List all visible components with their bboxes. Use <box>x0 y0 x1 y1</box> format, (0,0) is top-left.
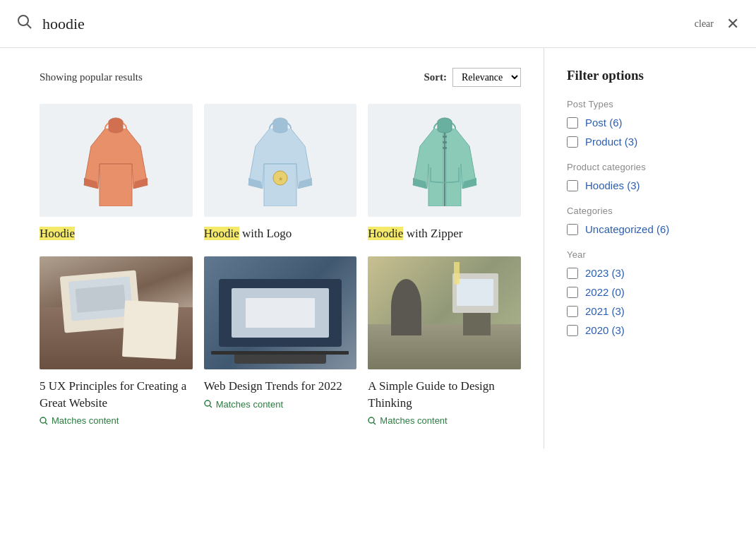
filter-item-hoodies[interactable]: Hoodies (3) <box>567 179 733 191</box>
sort-container: Sort: Relevance Date Title <box>424 68 522 87</box>
svg-line-11 <box>45 422 47 424</box>
product-image-hoodie <box>40 104 193 217</box>
filter-item-2020[interactable]: 2020 (3) <box>567 324 733 336</box>
post-image-ux-principles <box>40 256 193 369</box>
sort-select[interactable]: Relevance Date Title <box>452 68 521 87</box>
filter-checkbox-post[interactable] <box>567 117 578 129</box>
filter-item-2021[interactable]: 2021 (3) <box>567 305 733 317</box>
filter-checkbox-2021[interactable] <box>567 306 578 317</box>
filter-item-product[interactable]: Product (3) <box>567 136 733 148</box>
showing-text: Showing popular results <box>40 71 143 83</box>
product-title-hoodie-zipper: Hoodie with Zipper <box>368 225 521 242</box>
close-button[interactable]: ✕ <box>726 15 739 33</box>
product-card-hoodie-zipper[interactable]: Hoodie with Zipper <box>368 104 521 242</box>
filter-section-title-categories: Categories <box>567 206 733 216</box>
post-card-web-design[interactable]: Web Design Trends for 2022 Matches conte… <box>204 256 357 427</box>
filter-label-2022[interactable]: 2022 (0) <box>585 286 625 298</box>
post-card-ux-principles[interactable]: 5 UX Principles for Creating a Great Web… <box>40 256 193 427</box>
search-bar: clear ✕ <box>0 0 756 48</box>
filter-label-2023[interactable]: 2023 (3) <box>585 267 625 279</box>
post-title-web-design: Web Design Trends for 2022 <box>204 378 357 395</box>
svg-rect-7 <box>443 136 447 138</box>
sort-label: Sort: <box>424 71 448 83</box>
post-image-web-design <box>204 256 357 369</box>
filter-checkbox-2023[interactable] <box>567 268 578 279</box>
product-title-hoodie: Hoodie <box>40 225 193 242</box>
svg-point-0 <box>18 16 28 25</box>
filter-checkbox-2020[interactable] <box>567 325 578 336</box>
filter-section-title-product-categories: Product categories <box>567 162 733 172</box>
search-icon <box>17 14 32 33</box>
filter-label-uncategorized[interactable]: Uncategorized (6) <box>585 223 669 235</box>
post-title-design-thinking: A Simple Guide to Design Thinking <box>368 378 521 412</box>
product-grid: Hoodie ★ <box>40 104 521 426</box>
svg-point-14 <box>368 417 374 423</box>
filter-section-post-types: Post Types Post (6) Product (3) <box>567 99 733 148</box>
filter-title: Filter options <box>567 68 733 83</box>
filter-label-2021[interactable]: 2021 (3) <box>585 305 625 317</box>
product-image-hoodie-logo: ★ <box>204 104 357 217</box>
svg-rect-9 <box>443 147 447 149</box>
filter-section-title-post-types: Post Types <box>567 99 733 109</box>
post-image-design-thinking <box>368 256 521 369</box>
filter-checkbox-uncategorized[interactable] <box>567 224 578 235</box>
filter-label-hoodies[interactable]: Hoodies (3) <box>585 179 640 191</box>
svg-point-12 <box>205 400 210 406</box>
product-image-hoodie-zipper <box>368 104 521 217</box>
search-input[interactable] <box>42 15 695 33</box>
svg-text:★: ★ <box>277 176 282 182</box>
results-panel: Showing popular results Sort: Relevance … <box>0 48 544 448</box>
svg-line-13 <box>210 405 212 408</box>
filter-checkbox-product[interactable] <box>567 136 578 148</box>
filter-checkbox-hoodies[interactable] <box>567 180 578 191</box>
filter-section-year: Year 2023 (3) 2022 (0) 2021 (3) 2020 (3) <box>567 249 733 336</box>
filter-item-post[interactable]: Post (6) <box>567 117 733 129</box>
post-title-ux: 5 UX Principles for Creating a Great Web… <box>40 378 193 412</box>
svg-rect-8 <box>443 141 447 143</box>
filter-label-post[interactable]: Post (6) <box>585 117 623 129</box>
product-title-hoodie-logo: Hoodie with Logo <box>204 225 357 242</box>
svg-line-1 <box>28 25 32 29</box>
matches-content-ux: Matches content <box>40 415 193 426</box>
matches-content-web: Matches content <box>204 399 357 410</box>
filter-section-categories: Categories Uncategorized (6) <box>567 206 733 235</box>
filter-label-product[interactable]: Product (3) <box>585 136 637 148</box>
svg-line-15 <box>374 422 376 424</box>
clear-button[interactable]: clear <box>695 18 714 30</box>
filter-item-uncategorized[interactable]: Uncategorized (6) <box>567 223 733 235</box>
main-container: Showing popular results Sort: Relevance … <box>0 48 756 448</box>
filter-section-product-categories: Product categories Hoodies (3) <box>567 162 733 191</box>
svg-point-10 <box>40 417 46 423</box>
matches-content-design: Matches content <box>368 415 521 426</box>
filter-label-2020[interactable]: 2020 (3) <box>585 324 625 336</box>
filter-checkbox-2022[interactable] <box>567 287 578 298</box>
filter-section-title-year: Year <box>567 249 733 260</box>
results-header: Showing popular results Sort: Relevance … <box>40 68 521 87</box>
post-card-design-thinking[interactable]: A Simple Guide to Design Thinking Matche… <box>368 256 521 427</box>
product-card-hoodie-logo[interactable]: ★ Hoodie with Logo <box>204 104 357 242</box>
filter-item-2023[interactable]: 2023 (3) <box>567 267 733 279</box>
filter-panel: Filter options Post Types Post (6) Produ… <box>544 48 756 448</box>
product-card-hoodie[interactable]: Hoodie <box>40 104 193 242</box>
filter-item-2022[interactable]: 2022 (0) <box>567 286 733 298</box>
